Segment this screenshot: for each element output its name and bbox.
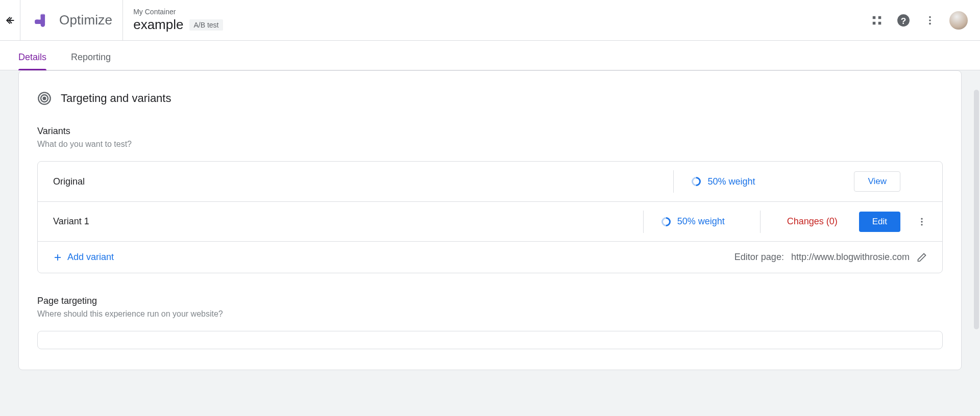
apps-icon <box>871 15 883 26</box>
variant-name: Variant 1 <box>53 216 89 227</box>
add-variant-label: Add variant <box>67 252 114 263</box>
weight-button[interactable]: 50% weight <box>691 176 773 187</box>
svg-point-13 <box>929 19 931 21</box>
back-button[interactable] <box>0 0 20 40</box>
svg-point-14 <box>929 22 931 24</box>
brand-area: Optimize <box>20 0 123 40</box>
svg-point-23 <box>921 221 922 222</box>
help-button[interactable]: ? <box>892 9 915 32</box>
page-targeting-heading: Page targeting <box>37 296 943 306</box>
more-button[interactable] <box>919 9 941 32</box>
experiment-name: example <box>133 17 183 33</box>
editor-page-label: Editor page: <box>734 252 784 263</box>
svg-text:?: ? <box>901 15 906 25</box>
page-targeting-section: Page targeting Where should this experie… <box>37 296 943 349</box>
arrow-left-icon <box>5 15 15 25</box>
apps-button[interactable] <box>866 9 888 32</box>
tab-reporting[interactable]: Reporting <box>71 52 111 70</box>
variant-row-1[interactable]: Variant 1 50% weight Changes (0) Edit <box>38 201 942 241</box>
view-button[interactable]: View <box>854 171 900 192</box>
weight-button[interactable]: 50% weight <box>661 216 743 227</box>
targeting-card: Targeting and variants Variants What do … <box>18 70 962 370</box>
variants-desc: What do you want to test? <box>37 140 943 149</box>
donut-icon <box>691 176 701 187</box>
optimize-logo-icon <box>33 12 50 29</box>
variant-row-original[interactable]: Original 50% weight View <box>38 162 942 201</box>
plus-icon <box>53 253 62 262</box>
variant-name: Original <box>53 176 85 187</box>
donut-icon <box>661 217 671 227</box>
svg-rect-6 <box>873 16 876 19</box>
help-icon: ? <box>897 14 910 27</box>
variants-footer: Add variant Editor page: http://www.blog… <box>38 241 942 273</box>
svg-point-12 <box>929 16 931 18</box>
variants-heading: Variants <box>37 126 943 137</box>
svg-rect-8 <box>873 21 876 24</box>
more-vert-icon <box>924 15 936 26</box>
variants-list: Original 50% weight View Variant 1 <box>37 161 943 273</box>
svg-rect-5 <box>35 19 45 24</box>
weight-label: 50% weight <box>707 176 755 187</box>
section-title: Targeting and variants <box>61 92 171 105</box>
user-avatar[interactable] <box>949 11 968 30</box>
container-label: My Container <box>133 8 223 16</box>
experiment-title-block: My Container example A/B test <box>123 8 223 33</box>
page-targeting-rules[interactable] <box>37 331 943 349</box>
page-targeting-desc: Where should this experience run on your… <box>37 309 943 319</box>
brand-name: Optimize <box>59 12 112 28</box>
pencil-icon[interactable] <box>917 252 927 263</box>
svg-point-24 <box>921 224 922 225</box>
scrollbar[interactable] <box>974 90 979 329</box>
changes-badge[interactable]: Changes (0) <box>778 216 847 227</box>
weight-label: 50% weight <box>677 216 725 227</box>
edit-button[interactable]: Edit <box>859 212 900 232</box>
experiment-type-badge: A/B test <box>189 19 223 31</box>
editor-page-info: Editor page: http://www.blogwithrosie.co… <box>734 252 927 263</box>
add-variant-button[interactable]: Add variant <box>53 252 114 263</box>
tabs: Details Reporting <box>0 41 980 70</box>
variant-more-button[interactable] <box>917 217 927 227</box>
app-header: Optimize My Container example A/B test ? <box>0 0 980 41</box>
editor-page-url: http://www.blogwithrosie.com <box>791 252 910 263</box>
svg-point-22 <box>921 218 922 219</box>
tab-details[interactable]: Details <box>18 52 46 70</box>
svg-rect-7 <box>878 16 881 19</box>
target-icon <box>37 91 52 106</box>
svg-rect-9 <box>878 21 881 24</box>
content-area: Targeting and variants Variants What do … <box>0 70 980 416</box>
svg-point-17 <box>43 97 46 100</box>
